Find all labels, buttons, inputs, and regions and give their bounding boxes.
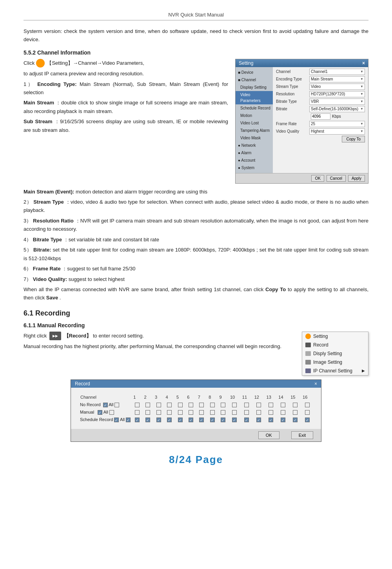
nr-chk-1[interactable] xyxy=(135,403,140,407)
nr-c9[interactable] xyxy=(218,401,229,409)
nr-chk-10[interactable] xyxy=(232,403,237,407)
record-dialog-close[interactable]: × xyxy=(314,381,317,387)
s-chk-10[interactable] xyxy=(232,418,237,422)
s-c13[interactable] xyxy=(265,416,277,423)
manual-all-chk2[interactable] xyxy=(109,410,114,415)
m-c10[interactable] xyxy=(229,409,241,416)
nr-chk-4[interactable] xyxy=(167,403,172,407)
bitrate-input[interactable] xyxy=(311,113,330,120)
sidebar-channel[interactable]: ■ Channel xyxy=(236,76,273,84)
m-c15[interactable] xyxy=(289,409,301,416)
m-c13[interactable] xyxy=(265,409,277,416)
m-chk-8[interactable] xyxy=(210,410,215,415)
m-c14[interactable] xyxy=(277,409,289,416)
m-chk-6[interactable] xyxy=(189,410,193,415)
m-c12[interactable] xyxy=(253,409,265,416)
s-chk-6[interactable] xyxy=(189,418,193,422)
nr-chk-12[interactable] xyxy=(256,403,261,407)
nr-c13[interactable] xyxy=(265,401,277,409)
sidebar-schedule-record[interactable]: Schedule Record xyxy=(236,104,273,112)
s-c16[interactable] xyxy=(301,416,313,423)
s-c10[interactable] xyxy=(229,416,241,423)
field-bitrate-type-value[interactable]: VBR▼ xyxy=(309,98,365,105)
setting-dialog-close[interactable]: × xyxy=(362,60,365,66)
sidebar-video-params[interactable]: Video Parameters xyxy=(236,91,273,104)
copy-to-button[interactable]: Copy To xyxy=(342,136,365,142)
m-c9[interactable] xyxy=(218,409,229,416)
m-c11[interactable] xyxy=(241,409,253,416)
nr-chk-5[interactable] xyxy=(178,403,183,407)
s-chk-11[interactable] xyxy=(244,418,249,422)
record-ok-button[interactable]: OK xyxy=(258,431,279,439)
m-c8[interactable] xyxy=(207,409,218,416)
nr-c11[interactable] xyxy=(241,401,253,409)
apply-button[interactable]: Apply xyxy=(348,175,365,182)
s-chk-8[interactable] xyxy=(210,418,215,422)
m-c2[interactable] xyxy=(143,409,153,416)
field-vq-value[interactable]: Highest▼ xyxy=(309,128,365,135)
m-c3[interactable] xyxy=(153,409,164,416)
s-c14[interactable] xyxy=(277,416,289,423)
menu-item-display[interactable]: Disply Setting xyxy=(302,349,368,358)
nr-chk-6[interactable] xyxy=(189,403,193,407)
field-resolution-value[interactable]: HD720P(1280*720)▼ xyxy=(309,91,365,97)
nr-c5[interactable] xyxy=(175,401,185,409)
sched-all-chk2[interactable] xyxy=(126,418,131,422)
s-c5[interactable] xyxy=(175,416,185,423)
record-exit-button[interactable]: Exit xyxy=(291,431,313,439)
s-chk-3[interactable] xyxy=(156,418,161,422)
m-chk-12[interactable] xyxy=(256,410,261,415)
m-chk-4[interactable] xyxy=(167,410,172,415)
m-c7[interactable] xyxy=(196,409,207,416)
nr-chk-15[interactable] xyxy=(293,403,298,407)
nr-chk-3[interactable] xyxy=(156,403,161,407)
s-c8[interactable] xyxy=(207,416,218,423)
s-chk-2[interactable] xyxy=(145,418,150,422)
sidebar-motion[interactable]: Motion xyxy=(236,112,273,119)
sidebar-network[interactable]: ● Network xyxy=(236,142,273,149)
s-c11[interactable] xyxy=(241,416,253,423)
s-c3[interactable] xyxy=(153,416,164,423)
nr-c1[interactable] xyxy=(132,401,142,409)
nr-chk-7[interactable] xyxy=(199,403,204,407)
s-chk-12[interactable] xyxy=(256,418,261,422)
menu-item-image[interactable]: Image Setting xyxy=(302,358,368,367)
m-c1[interactable] xyxy=(132,409,142,416)
sidebar-account[interactable]: ● Account xyxy=(236,157,273,164)
nr-c8[interactable] xyxy=(207,401,218,409)
s-c9[interactable] xyxy=(218,416,229,423)
s-chk-9[interactable] xyxy=(221,418,225,422)
sidebar-system[interactable]: ● System xyxy=(236,164,273,171)
field-bitrate-value[interactable]: Self-Define(16-16000Kbps)▼ xyxy=(309,106,365,112)
s-chk-1[interactable] xyxy=(135,418,140,422)
sched-all-chk[interactable] xyxy=(114,418,119,422)
no-record-all-chk2[interactable] xyxy=(114,403,119,407)
manual-all-chk[interactable] xyxy=(98,410,102,415)
nr-c3[interactable] xyxy=(153,401,164,409)
nr-chk-9[interactable] xyxy=(221,403,225,407)
nr-c15[interactable] xyxy=(289,401,301,409)
nr-chk-8[interactable] xyxy=(210,403,215,407)
m-chk-10[interactable] xyxy=(232,410,237,415)
ok-button[interactable]: OK xyxy=(311,175,324,182)
s-c1[interactable] xyxy=(132,416,142,423)
sidebar-tampering-alarm[interactable]: Tampering Alarm xyxy=(236,127,273,134)
m-c5[interactable] xyxy=(175,409,185,416)
sidebar-alarm[interactable]: ● Alarm xyxy=(236,149,273,157)
m-chk-11[interactable] xyxy=(244,410,249,415)
nr-chk-16[interactable] xyxy=(305,403,310,407)
m-chk-3[interactable] xyxy=(156,410,161,415)
s-c2[interactable] xyxy=(143,416,153,423)
nr-c10[interactable] xyxy=(229,401,241,409)
sidebar-video-lost[interactable]: Video Lost xyxy=(236,119,273,127)
s-c4[interactable] xyxy=(164,416,174,423)
m-c16[interactable] xyxy=(301,409,313,416)
s-c15[interactable] xyxy=(289,416,301,423)
s-c7[interactable] xyxy=(196,416,207,423)
nr-c2[interactable] xyxy=(143,401,153,409)
field-frame-value[interactable]: 25▼ xyxy=(309,121,365,127)
nr-c16[interactable] xyxy=(301,401,313,409)
m-chk-13[interactable] xyxy=(269,410,273,415)
m-chk-2[interactable] xyxy=(145,410,150,415)
sidebar-device[interactable]: ■ Device xyxy=(236,69,273,76)
